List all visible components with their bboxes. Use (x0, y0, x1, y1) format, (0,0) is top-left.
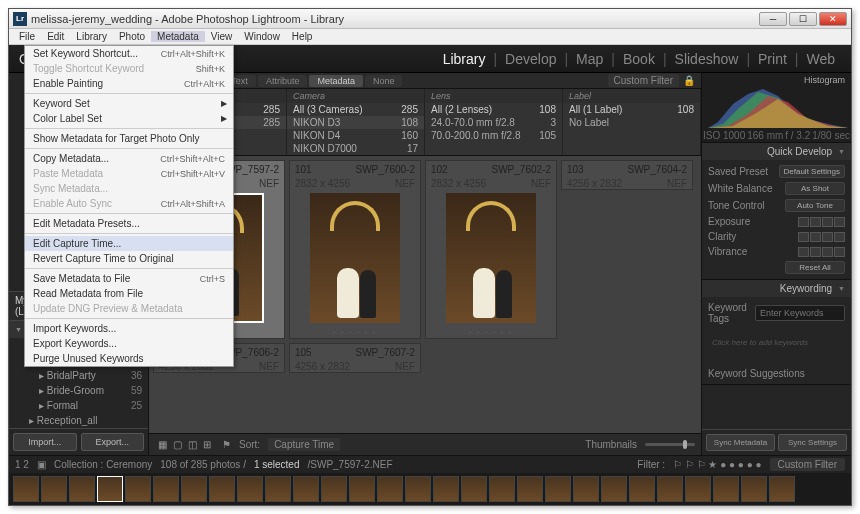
sync-metadata-button[interactable]: Sync Metadata (706, 434, 775, 451)
menu-library[interactable]: Library (70, 31, 113, 42)
filmstrip-thumb[interactable] (181, 476, 207, 502)
filmstrip-thumb[interactable] (461, 476, 487, 502)
qd-steppers[interactable] (798, 247, 845, 257)
menu-item[interactable]: Color Label Set▶ (25, 111, 233, 126)
filter-tab-metadata[interactable]: Metadata (309, 75, 363, 87)
module-slideshow[interactable]: Slideshow (669, 51, 745, 67)
module-library[interactable]: Library (437, 51, 492, 67)
meta-filter-row[interactable]: NIKON D700017 (287, 142, 424, 155)
grid-thumbnail[interactable]: 103SWP_7604-24256 x 2832NEF· · · · · · (561, 160, 693, 190)
menu-item[interactable]: Save Metadata to FileCtrl+S (25, 271, 233, 286)
module-book[interactable]: Book (617, 51, 661, 67)
minimize-button[interactable]: ─ (759, 12, 787, 26)
maximize-button[interactable]: ☐ (789, 12, 817, 26)
sort-dropdown[interactable]: Capture Time (268, 438, 340, 451)
collection-item[interactable]: ▸ BridalParty36 (9, 368, 148, 383)
filmstrip-thumb[interactable] (685, 476, 711, 502)
filmstrip-thumb[interactable] (13, 476, 39, 502)
filter-tab-none[interactable]: None (365, 75, 403, 87)
meta-filter-row[interactable]: All (1 Label)108 (563, 103, 700, 116)
flag-icon[interactable]: ⚑ (222, 439, 231, 450)
menu-item[interactable]: Enable PaintingCtrl+Alt+K (25, 76, 233, 91)
module-develop[interactable]: Develop (499, 51, 562, 67)
filmstrip-thumb[interactable] (545, 476, 571, 502)
meta-filter-row[interactable]: NIKON D4160 (287, 129, 424, 142)
menu-item[interactable]: Edit Metadata Presets... (25, 216, 233, 231)
filmstrip[interactable] (9, 473, 851, 505)
meta-filter-row[interactable]: No Label (563, 116, 700, 129)
menu-item[interactable]: Import Keywords... (25, 321, 233, 336)
keyword-add-hint[interactable]: Click here to add keywords (708, 326, 845, 366)
filmstrip-thumb[interactable] (69, 476, 95, 502)
import-button[interactable]: Import... (13, 433, 77, 451)
filmstrip-thumb[interactable] (517, 476, 543, 502)
menu-item[interactable]: Copy Metadata...Ctrl+Shift+Alt+C (25, 151, 233, 166)
filmstrip-thumb[interactable] (573, 476, 599, 502)
module-map[interactable]: Map (570, 51, 609, 67)
qd-control[interactable]: Auto Tone (785, 199, 845, 212)
qd-steppers[interactable] (798, 217, 845, 227)
menu-view[interactable]: View (205, 31, 239, 42)
keyword-input[interactable] (755, 305, 845, 321)
view-mode-icons[interactable]: ▦▢◫⊞ (155, 439, 214, 450)
filmstrip-thumb[interactable] (657, 476, 683, 502)
filmstrip-thumb[interactable] (629, 476, 655, 502)
filmstrip-thumb[interactable] (741, 476, 767, 502)
filmstrip-thumb[interactable] (237, 476, 263, 502)
filmstrip-thumb[interactable] (153, 476, 179, 502)
grid-thumbnail[interactable]: 105SWP_7607-24256 x 2832NEF· · · · · · (289, 343, 421, 373)
qd-steppers[interactable] (798, 232, 845, 242)
filmstrip-thumb[interactable] (713, 476, 739, 502)
filmstrip-thumb[interactable] (209, 476, 235, 502)
menu-item[interactable]: Purge Unused Keywords (25, 351, 233, 366)
menu-item[interactable]: Edit Capture Time... (25, 236, 233, 251)
menu-edit[interactable]: Edit (41, 31, 70, 42)
menu-window[interactable]: Window (238, 31, 286, 42)
filmstrip-thumb[interactable] (41, 476, 67, 502)
filmstrip-thumb[interactable] (489, 476, 515, 502)
filmstrip-thumb[interactable] (293, 476, 319, 502)
thumbnail-size-slider[interactable] (645, 443, 695, 446)
collection-item[interactable]: ▸ Reception_all (9, 413, 148, 428)
module-web[interactable]: Web (800, 51, 841, 67)
menu-item[interactable]: Revert Capture Time to Original (25, 251, 233, 266)
reset-all-button[interactable]: Reset All (785, 261, 845, 274)
filmstrip-thumb[interactable] (265, 476, 291, 502)
meta-filter-row[interactable]: All (3 Cameras)285 (287, 103, 424, 116)
meta-filter-row[interactable]: NIKON D3108 (287, 116, 424, 129)
filmstrip-thumb[interactable] (321, 476, 347, 502)
menu-help[interactable]: Help (286, 31, 319, 42)
custom-filter-dropdown[interactable]: Custom Filter (608, 74, 679, 87)
export-button[interactable]: Export... (81, 433, 145, 451)
menu-file[interactable]: File (13, 31, 41, 42)
filter-tab-attribute[interactable]: Attribute (258, 75, 308, 87)
module-print[interactable]: Print (752, 51, 793, 67)
grid-thumbnail[interactable]: 101SWP_7600-22832 x 4256NEF· · · · · · (289, 160, 421, 339)
menu-item[interactable]: Set Keyword Shortcut...Ctrl+Alt+Shift+K (25, 46, 233, 61)
qd-control[interactable]: Default Settings (779, 165, 845, 178)
filmstrip-thumb[interactable] (377, 476, 403, 502)
filmstrip-thumb[interactable] (769, 476, 795, 502)
menu-item[interactable]: Keyword Set▶ (25, 96, 233, 111)
meta-filter-row[interactable]: 24.0-70.0 mm f/2.83 (425, 116, 562, 129)
close-button[interactable]: ✕ (819, 12, 847, 26)
filmstrip-thumb[interactable] (433, 476, 459, 502)
menu-item[interactable]: Read Metadata from File (25, 286, 233, 301)
menu-metadata[interactable]: Metadata (151, 31, 205, 42)
filmstrip-thumb[interactable] (405, 476, 431, 502)
menu-photo[interactable]: Photo (113, 31, 151, 42)
collection-item[interactable]: ▸ Bride-Groom59 (9, 383, 148, 398)
collection-item[interactable]: ▸ Formal25 (9, 398, 148, 413)
meta-filter-row[interactable]: All (2 Lenses)108 (425, 103, 562, 116)
filmstrip-thumb[interactable] (349, 476, 375, 502)
meta-filter-row[interactable]: 70.0-200.0 mm f/2.8105 (425, 129, 562, 142)
stack-icon[interactable]: ▣ (37, 459, 46, 470)
filmstrip-thumb[interactable] (97, 476, 123, 502)
custom-filter-select[interactable]: Custom Filter (770, 458, 845, 471)
flag-filter-icons[interactable]: ⚐ ⚐ ⚐ ★ ● ● ● ● ● (673, 459, 761, 470)
grid-thumbnail[interactable]: 102SWP_7602-22832 x 4256NEF· · · · · · (425, 160, 557, 339)
menu-item[interactable]: Export Keywords... (25, 336, 233, 351)
page-nav[interactable]: 1 2 (15, 459, 29, 470)
filmstrip-thumb[interactable] (601, 476, 627, 502)
filter-lock-icon[interactable]: 🔒 (683, 75, 695, 86)
